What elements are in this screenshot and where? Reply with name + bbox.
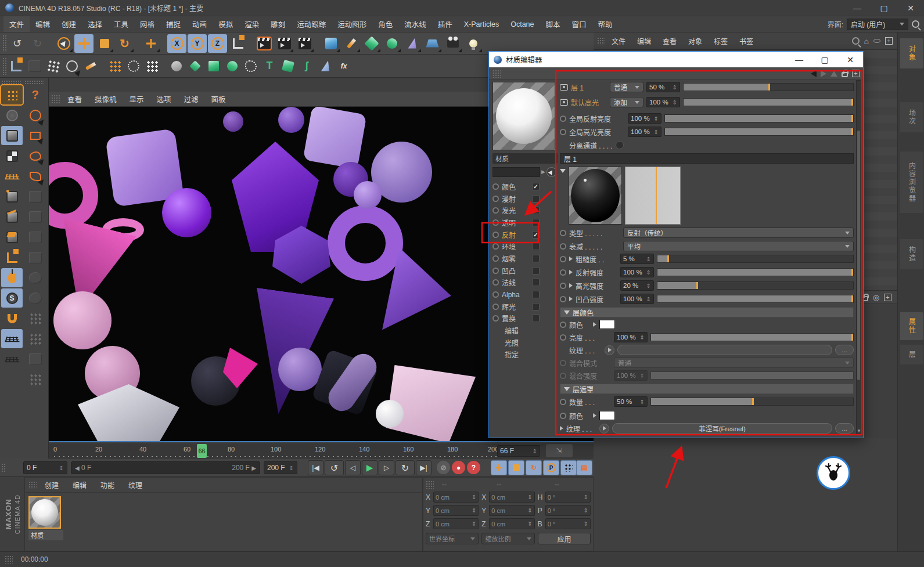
roughness-expand-icon[interactable] bbox=[569, 257, 573, 261]
array-generator[interactable] bbox=[382, 34, 401, 53]
channel-glow-checkbox[interactable] bbox=[532, 303, 540, 310]
timeline-playhead[interactable]: 66 bbox=[197, 444, 207, 458]
dot-arc-tool[interactable] bbox=[242, 57, 260, 75]
point-brush-tool[interactable] bbox=[82, 57, 99, 75]
cube-hang-tool[interactable] bbox=[279, 57, 297, 75]
timeline-document-icon[interactable]: ▤ bbox=[576, 460, 592, 475]
viewport-solo-mode[interactable] bbox=[1, 268, 23, 287]
channel-diffusion[interactable]: 漫射 bbox=[492, 193, 558, 205]
action-illumination[interactable]: 光照 bbox=[492, 337, 558, 349]
channel-fog-checkbox[interactable] bbox=[532, 255, 540, 262]
next-frame-button[interactable]: ▷ bbox=[379, 460, 394, 475]
workplane-mode[interactable] bbox=[1, 167, 23, 186]
brightness-slider[interactable] bbox=[650, 333, 854, 341]
om-grip[interactable] bbox=[597, 37, 605, 45]
live-selection-tool[interactable] bbox=[54, 34, 73, 53]
mm-menu-edit[interactable]: 编辑 bbox=[67, 478, 92, 492]
layer-mask-section-bar[interactable]: 层遮罩 bbox=[560, 384, 854, 394]
record-keyframe-button[interactable]: ● bbox=[452, 461, 465, 474]
goto-end-button[interactable]: ▶| bbox=[416, 460, 432, 475]
om-menu-objects[interactable]: 对象 bbox=[683, 34, 707, 48]
search-expand-icon[interactable]: ▶ bbox=[541, 169, 545, 175]
vp-menu-cameras[interactable]: 摄像机 bbox=[89, 92, 123, 106]
me-add-icon[interactable]: + bbox=[852, 70, 860, 77]
global-reflection-slider[interactable] bbox=[664, 114, 854, 122]
menu-motion-tracker[interactable]: 运动跟踪 bbox=[291, 16, 332, 32]
spline-pen-tool[interactable] bbox=[63, 57, 81, 75]
me-minimize-button[interactable]: — bbox=[786, 52, 812, 67]
polygon-cage-generator[interactable] bbox=[224, 57, 241, 75]
channel-bump[interactable]: 凹凸 bbox=[492, 265, 558, 277]
axis-mode[interactable] bbox=[1, 248, 23, 267]
vp-menu-filter[interactable]: 过滤 bbox=[178, 92, 204, 106]
layer-preview-box[interactable] bbox=[569, 167, 622, 225]
rot-p-field[interactable]: 0 ° bbox=[545, 505, 591, 516]
layer-color-expand-icon[interactable] bbox=[593, 322, 596, 327]
sound-toggle-button[interactable]: ⊘ bbox=[437, 461, 450, 474]
texture-field[interactable] bbox=[617, 345, 832, 355]
transport-grip[interactable] bbox=[1, 463, 5, 472]
hierarchy-icon[interactable] bbox=[8, 57, 25, 75]
bump-strength-radio[interactable] bbox=[560, 296, 566, 302]
current-frame-field[interactable]: 66 F bbox=[497, 445, 540, 457]
render-settings-button[interactable] bbox=[295, 34, 314, 53]
attr-target-icon[interactable]: ◎ bbox=[873, 293, 879, 302]
range-end-field[interactable]: 200 F bbox=[264, 461, 297, 474]
tab-content-browser[interactable]: 内容浏览器 bbox=[900, 151, 923, 213]
autokey-button[interactable]: ? bbox=[467, 461, 480, 474]
reflection-strength-field[interactable]: 100 % bbox=[620, 267, 654, 277]
menu-character[interactable]: 角色 bbox=[372, 16, 398, 32]
tab-objects[interactable]: 对象 bbox=[900, 38, 923, 68]
menu-pipeline[interactable]: 流水线 bbox=[398, 16, 432, 32]
dock-grip2[interactable] bbox=[24, 80, 44, 84]
vp-menu-display[interactable]: 显示 bbox=[124, 92, 150, 106]
add-primitive-cube[interactable] bbox=[321, 34, 340, 53]
channel-color-checkbox[interactable]: ✓ bbox=[532, 183, 540, 190]
tab-attributes[interactable]: 属性 bbox=[900, 312, 923, 340]
menu-window[interactable]: 窗口 bbox=[566, 16, 592, 32]
key-scale-toggle[interactable] bbox=[508, 460, 524, 475]
me-maximize-button[interactable]: ▢ bbox=[812, 52, 837, 67]
search-icon[interactable] bbox=[912, 20, 919, 28]
size-x-field[interactable]: 0 cm bbox=[489, 492, 534, 503]
preview-range-slider[interactable]: ◀ 0 F 200 F ▶ bbox=[71, 461, 260, 474]
status-grip[interactable] bbox=[5, 555, 13, 564]
falloff-dropdown[interactable]: 平均 bbox=[623, 241, 854, 251]
mm-grip[interactable] bbox=[28, 481, 37, 489]
channel-diffusion-checkbox[interactable] bbox=[532, 195, 540, 203]
channel-displacement[interactable]: 置换 bbox=[492, 313, 558, 325]
om-add-icon[interactable]: + bbox=[885, 37, 893, 45]
om-menu-file[interactable]: 文件 bbox=[606, 34, 631, 48]
menu-file[interactable]: 文件 bbox=[3, 16, 30, 32]
roughness-slider[interactable] bbox=[657, 255, 854, 263]
global-reflection-radio[interactable] bbox=[560, 115, 566, 122]
close-button[interactable]: ✕ bbox=[897, 0, 924, 16]
om-menu-bookmarks[interactable]: 书签 bbox=[734, 34, 758, 48]
layer-color-radio[interactable] bbox=[560, 322, 566, 328]
viewport-grip[interactable] bbox=[51, 95, 60, 104]
bump-strength-slider[interactable] bbox=[657, 295, 854, 303]
light-object[interactable] bbox=[463, 34, 483, 53]
separate-channels-checkbox[interactable] bbox=[616, 141, 624, 149]
sail-deformer[interactable] bbox=[317, 57, 334, 75]
menu-plugins[interactable]: 插件 bbox=[432, 16, 458, 32]
type-dropdown[interactable]: 反射（传统） bbox=[623, 227, 854, 238]
mask-amount-radio[interactable] bbox=[560, 399, 566, 405]
channel-glow[interactable]: 辉光 bbox=[492, 301, 558, 313]
reflection-strength-expand-icon[interactable] bbox=[569, 270, 573, 275]
lock-workplane[interactable] bbox=[1, 329, 23, 348]
mask-color-swatch[interactable] bbox=[599, 411, 615, 420]
texture-expand-button[interactable] bbox=[605, 345, 614, 355]
channel-color[interactable]: 颜色✓ bbox=[492, 180, 558, 193]
menu-simulate[interactable]: 模拟 bbox=[213, 16, 239, 32]
menu-script[interactable]: 脚本 bbox=[540, 16, 566, 32]
subdivision-surface-generator[interactable] bbox=[362, 34, 381, 53]
rot-b-field[interactable]: 0 ° bbox=[545, 518, 591, 529]
channel-alpha-checkbox[interactable] bbox=[532, 291, 540, 298]
world-coords-dropdown[interactable]: 世界坐标 bbox=[426, 533, 479, 544]
pick-cursor-icon[interactable] bbox=[547, 167, 556, 177]
timeline-ruler[interactable]: 0 20 40 60 80 100 120 140 160 180 200 66… bbox=[49, 443, 594, 458]
me-lock-icon[interactable] bbox=[842, 72, 848, 77]
key-rotation-toggle[interactable]: ↻ bbox=[526, 460, 542, 475]
menu-help[interactable]: 帮助 bbox=[592, 16, 619, 32]
